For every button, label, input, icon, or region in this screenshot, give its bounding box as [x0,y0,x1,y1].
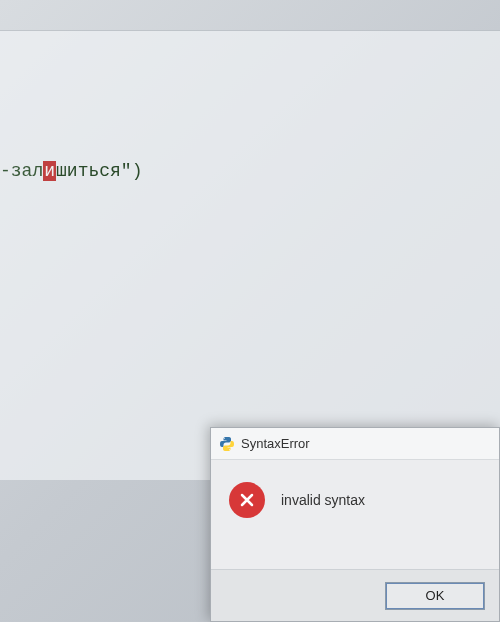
dialog-body: invalid syntax [211,460,499,540]
python-icon [219,436,235,452]
dialog-titlebar[interactable]: SyntaxError [211,428,499,460]
dialog-button-row: OK [211,569,499,621]
code-line: -залишиться") [0,161,142,181]
error-x-icon [229,482,265,518]
syntax-error-highlight: и [43,161,56,181]
code-editor-area[interactable]: -залишиться") [0,30,500,480]
dialog-title: SyntaxError [241,436,310,451]
error-dialog: SyntaxError invalid syntax OK [210,427,500,622]
code-text-suffix: шиться") [56,161,142,181]
ok-button[interactable]: OK [385,582,485,610]
code-text-prefix: -зал [0,161,43,181]
dialog-message: invalid syntax [281,492,365,508]
